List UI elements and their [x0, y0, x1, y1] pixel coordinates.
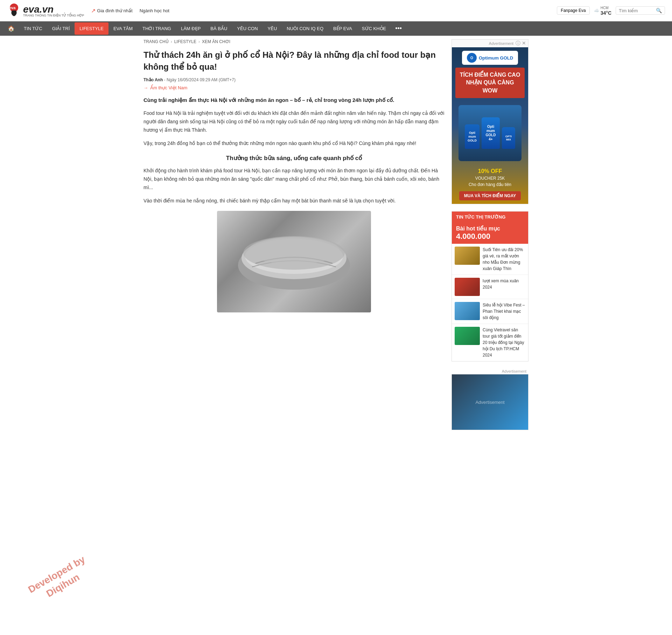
news-thumb-3	[455, 302, 480, 320]
ad-close-button[interactable]: ⓘ ✕	[516, 40, 526, 47]
ad-box-2-wrapper: Advertisement Advertisement	[451, 368, 528, 430]
product-can-2: OptimumGOLD4+	[482, 117, 500, 149]
news-item-text-2: lượt xem mùa xuân 2024	[483, 278, 525, 296]
nav-item-eva-tam[interactable]: EVA TÂM	[108, 22, 138, 35]
weather-box: ☁️ HCM 34°C	[594, 5, 611, 16]
fanpage-button[interactable]: Fanpage Eva	[557, 6, 589, 15]
trending-links: ↗ Gia đình thứ nhất Ngành học hot	[91, 7, 550, 14]
ad-label: Advertisement ⓘ ✕	[452, 40, 528, 47]
article-date-separator: -	[164, 77, 167, 82]
news-item-text-3: Siêu lễ hội Vibe Fest – Phan Thiet khai …	[483, 302, 525, 321]
search-icon[interactable]: 🔍	[656, 8, 662, 13]
ad-label-text: Advertisement	[489, 41, 513, 46]
news-thumb-1	[455, 247, 480, 265]
product-can-1: OptimumGOLD	[465, 124, 479, 149]
news-thumb-2	[455, 278, 480, 296]
news-item-text-1: Suối Tiên ưu đãi 20% giá vé, ra mắt vườn…	[483, 247, 525, 272]
weather-temp: 34°C	[601, 10, 611, 16]
nav-item-more[interactable]: •••	[391, 21, 406, 36]
article-title: Thử thách 24h ăn gì ở phố cổ Hà Nội? Đây…	[144, 49, 444, 73]
article-image-container	[144, 211, 444, 312]
trending-arrow-1: ↗	[91, 7, 96, 14]
article-tag[interactable]: → Ẩm thực Việt Nam	[144, 85, 444, 90]
tag-arrow: →	[144, 85, 148, 90]
ad-brand-icon: O	[467, 53, 477, 63]
ad-box: Advertisement ⓘ ✕ O Optimum GOLD TÍCH ĐI…	[451, 39, 528, 204]
product-can-3: OPTIMIX	[502, 127, 515, 149]
content-left: TRANG CHỦ › LIFESTYLE › XEM ĂN CHƠI Thử …	[144, 39, 444, 430]
banh-mi-svg	[227, 223, 360, 300]
trending-label-2: Ngành học hot	[140, 8, 169, 13]
sidebar-news-header: TIN TỨC THỊ TRƯỜNG	[452, 212, 528, 222]
nav-item-suc-khoe[interactable]: SỨC KHỎE	[357, 22, 391, 35]
ad-cta-button[interactable]: MUA VÀ TÍCH ĐIỂM NGAY	[459, 191, 521, 200]
logo-icon: eva	[7, 3, 21, 18]
nav-item-yeu[interactable]: YÊU	[263, 22, 282, 35]
breadcrumb-home[interactable]: TRANG CHỦ	[144, 39, 169, 44]
article-date: Ngày 16/05/2024 09:29 AM (GMT+7)	[167, 77, 236, 82]
news-item-text-4: Cùng Vietravel săn tour giá tốt giảm đến…	[483, 327, 525, 358]
nav-bar: 🏠 TIN TỨC GIẢI TRÍ LIFESTYLE EVA TÂM THỜ…	[0, 21, 672, 36]
search-box[interactable]: 🔍	[616, 6, 665, 15]
sidebar: Advertisement ⓘ ✕ O Optimum GOLD TÍCH ĐI…	[451, 39, 528, 430]
nav-item-tin-tuc[interactable]: TIN TỨC	[19, 22, 47, 35]
nav-item-home[interactable]: 🏠	[4, 22, 19, 35]
hot-count: 4.000.000	[456, 232, 524, 241]
ad-voucher-sub: Cho đơn hàng đầu tiên	[469, 182, 511, 187]
nav-item-lifestyle[interactable]: LIFESTYLE	[75, 22, 108, 35]
news-item-1[interactable]: Suối Tiên ưu đãi 20% giá vé, ra mắt vườn…	[452, 244, 528, 275]
article-para-2: Vậy, trong 24h đồng hồ bạn có thể thưởng…	[144, 139, 444, 148]
ad-product-area: OptimumGOLD OptimumGOLD4+ OPTIMIX	[458, 105, 522, 161]
article-lead: Cùng trải nghiệm ẩm thực Hà Nội với nhữn…	[144, 96, 444, 104]
ad-headline-box: TÍCH ĐIỂM CÀNG CAONHẬN QUÀ CÀNG WOW	[455, 68, 525, 98]
top-right: Fanpage Eva ☁️ HCM 34°C 🔍	[557, 5, 665, 16]
breadcrumb: TRANG CHỦ › LIFESTYLE › XEM ĂN CHƠI	[144, 39, 444, 44]
article-para-3: Khởi động cho hành trình khám phá food t…	[144, 167, 444, 192]
top-bar: eva eva.vn TRANG THÔNG TIN ĐIỆN TỬ TỔNG …	[0, 0, 672, 21]
nav-item-yeu-con[interactable]: YÊU CON	[232, 22, 262, 35]
logo-sub: TRANG THÔNG TIN ĐIỆN TỬ TỔNG HỢP	[23, 14, 84, 17]
logo-text: eva.vn	[23, 4, 54, 15]
breadcrumb-lifestyle[interactable]: LIFESTYLE	[174, 39, 196, 44]
nav-item-bep-eva[interactable]: BẾP EVA	[328, 22, 357, 35]
svg-point-6	[248, 236, 340, 264]
ad-brand-box: O Optimum GOLD	[462, 51, 518, 65]
article-image	[217, 211, 371, 312]
trending-label-1: Gia đình thứ nhất	[97, 8, 132, 13]
article-para-1: Food tour Hà Nội là trải nghiệm tuyệt vờ…	[144, 109, 444, 134]
svg-text:eva: eva	[9, 6, 16, 10]
article-section-title: Thưởng thức bữa sáng, uống cafe quanh ph…	[144, 154, 444, 162]
nav-item-nuoi-con[interactable]: NUÔI CON IQ EQ	[282, 22, 328, 35]
sidebar-news: TIN TỨC THỊ TRƯỜNG Bài hot tiểu mục 4.00…	[451, 211, 528, 361]
nav-item-thoi-trang[interactable]: THỜI TRANG	[138, 22, 176, 35]
weather-icon: ☁️	[594, 8, 599, 13]
article-area: Thử thách 24h ăn gì ở phố cổ Hà Nội? Đây…	[144, 49, 444, 312]
news-thumb-4	[455, 327, 480, 345]
ad-box-2: Advertisement	[451, 374, 528, 430]
article-tag-text: Ẩm thực Việt Nam	[150, 85, 187, 90]
ad-discount-text: 10% OFF	[469, 168, 511, 174]
weather-city: HCM	[601, 6, 609, 10]
nav-item-giai-tri[interactable]: GIẢI TRÍ	[47, 22, 75, 35]
ad-brand-name: Optimum GOLD	[479, 55, 513, 61]
news-item-3[interactable]: Siêu lễ hội Vibe Fest – Phan Thiet khai …	[452, 299, 528, 324]
article-meta: Thảo Anh - Ngày 16/05/2024 09:29 AM (GMT…	[144, 77, 444, 82]
nav-item-lam-dep[interactable]: LÀM ĐẸP	[176, 22, 205, 35]
news-item-2[interactable]: lượt xem mùa xuân 2024	[452, 275, 528, 299]
breadcrumb-category[interactable]: XEM ĂN CHƠI	[202, 39, 230, 44]
trending-item-2[interactable]: Ngành học hot	[140, 7, 169, 14]
ad-content: O Optimum GOLD TÍCH ĐIỂM CÀNG CAONHẬN QU…	[452, 47, 528, 204]
search-input[interactable]	[619, 8, 654, 13]
main-container: TRANG CHỦ › LIFESTYLE › XEM ĂN CHƠI Thử …	[136, 36, 536, 434]
hot-title-label: Bài hot tiểu mục	[456, 225, 524, 232]
logo[interactable]: eva eva.vn TRANG THÔNG TIN ĐIỆN TỬ TỔNG …	[7, 3, 84, 18]
trending-item-1[interactable]: ↗ Gia đình thứ nhất	[91, 7, 132, 14]
hot-title-box: Bài hot tiểu mục 4.000.000	[452, 222, 528, 244]
ad-voucher-text: VOUCHER 25K	[469, 176, 511, 181]
article-author: Thảo Anh	[144, 77, 163, 82]
ad-headline-text: TÍCH ĐIỂM CÀNG CAONHẬN QUÀ CÀNG WOW	[459, 71, 521, 95]
nav-item-ba-bau[interactable]: BÀ BẦU	[205, 22, 232, 35]
article-body: Food tour Hà Nội là trải nghiệm tuyệt vờ…	[144, 109, 444, 205]
article-para-4: Vào thời điểm mùa he nắng nóng, thì chiế…	[144, 197, 444, 205]
news-item-4[interactable]: Cùng Vietravel săn tour giá tốt giảm đến…	[452, 324, 528, 361]
